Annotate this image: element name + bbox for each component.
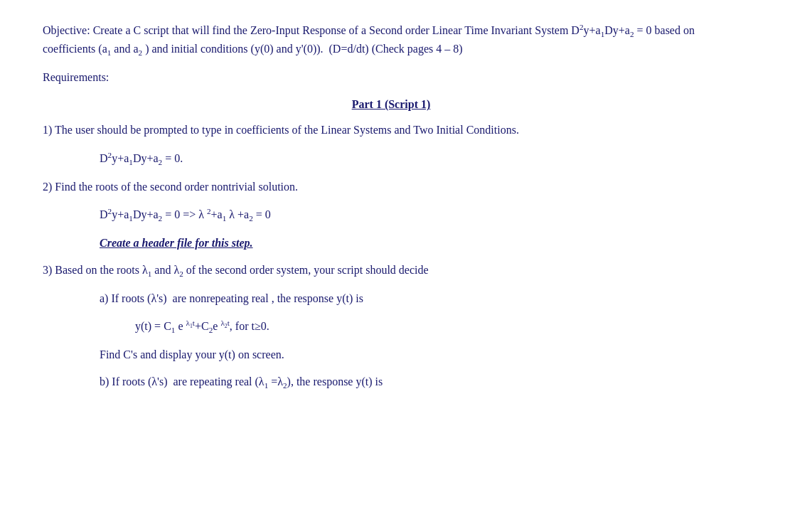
step2-text: 2) Find the roots of the second order no… (43, 181, 298, 193)
step3-text: 3) Based on the roots λ1 and λ2 of the s… (43, 264, 429, 276)
step1-eq-text: D2y+a1Dy+a2 = 0. (100, 152, 183, 164)
step3b-text: b) If roots (λ's) are repeating real (λ1… (100, 375, 383, 388)
content-area: Objective: Create a C script that will f… (43, 21, 739, 392)
step1-text: 1) The user should be prompted to type i… (43, 124, 519, 136)
step2-eq-text: D2y+a1Dy+a2 = 0 => λ 2+a1 λ +a2 = 0 (100, 208, 271, 220)
part1-heading: Part 1 (Script 1) (43, 96, 739, 113)
step1-paragraph: 1) The user should be prompted to type i… (43, 122, 739, 139)
step3a-find-c: Find C's and display your y(t) on screen… (100, 346, 739, 363)
step2-equation: D2y+a1Dy+a2 = 0 => λ 2+a1 λ +a2 = 0 (100, 206, 739, 225)
requirements-label: Requirements: (43, 69, 739, 86)
step1-equation: D2y+a1Dy+a2 = 0. (100, 149, 739, 168)
requirements-text: Requirements: (43, 71, 109, 83)
step3a-text: a) If roots (λ's) are nonrepeating real … (100, 292, 363, 304)
step2-paragraph: 2) Find the roots of the second order no… (43, 178, 739, 196)
header-file-text: Create a header file for this step. (100, 237, 253, 249)
step3a-eq-text: y(t) = C1 e λ1t+C2e λ2t, for t≥0. (135, 320, 269, 332)
header-file-notice: Create a header file for this step. (100, 235, 739, 252)
part1-heading-text: Part 1 (Script 1) (352, 98, 431, 110)
step3a-equation: y(t) = C1 e λ1t+C2e λ2t, for t≥0. (135, 317, 739, 336)
objective-text: Objective: Create a C script that will f… (43, 24, 695, 55)
objective-paragraph: Objective: Create a C script that will f… (43, 21, 739, 59)
step3a-find-text: Find C's and display your y(t) on screen… (100, 348, 284, 361)
step3b-paragraph: b) If roots (λ's) are repeating real (λ1… (100, 373, 739, 392)
step3-paragraph: 3) Based on the roots λ1 and λ2 of the s… (43, 262, 739, 280)
step3a-paragraph: a) If roots (λ's) are nonrepeating real … (100, 290, 739, 307)
